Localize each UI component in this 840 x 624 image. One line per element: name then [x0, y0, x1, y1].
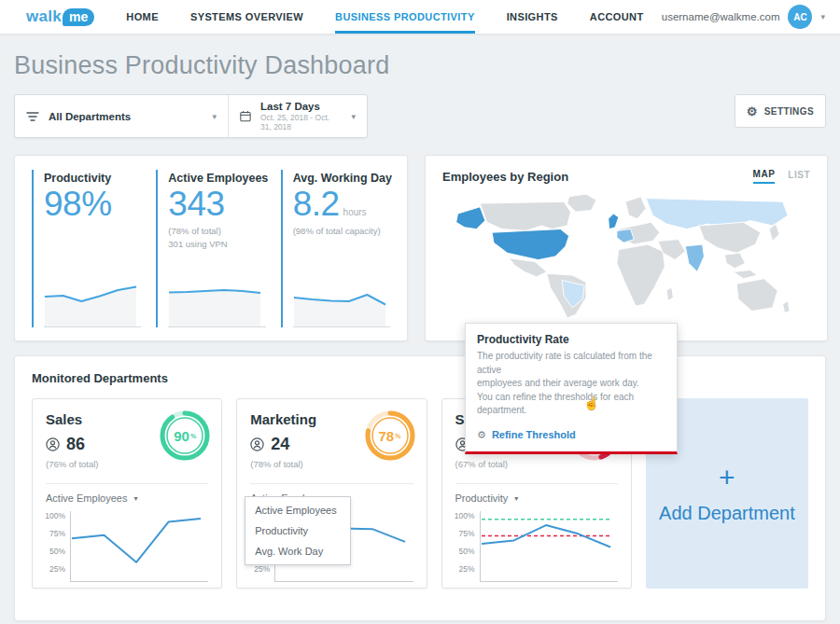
map-region-india[interactable] [685, 244, 704, 271]
map-region-china [699, 222, 761, 253]
metric-selector-value: Active Employees [46, 492, 127, 504]
department-card-marketing: Marketing 24 (78% of total) 78% Active E… [236, 398, 427, 589]
map-region-australia [736, 279, 777, 312]
avatar[interactable]: AC [788, 5, 812, 29]
map-region-japan [769, 224, 779, 241]
kpi-subtext: (98% of total capacity) [293, 226, 390, 236]
map-region-mexico [509, 258, 546, 277]
metric-dropdown-menu: Active Employees Productivity Avg. Work … [245, 496, 351, 565]
tab-map[interactable]: MAP [753, 169, 776, 184]
tab-list[interactable]: LIST [788, 170, 810, 183]
metric-selector[interactable]: Productivity ▾ [455, 492, 618, 504]
kpi-subtext: 301 using VPN [168, 239, 265, 249]
add-department-label: Add Department [659, 503, 795, 524]
top-navigation-bar: walk me HOME SYSTEMS OVERVIEW BUSINESS P… [0, 0, 840, 34]
nav-item-business-productivity[interactable]: BUSINESS PRODUCTIVITY [335, 0, 475, 34]
map-region-se-asia [724, 253, 745, 268]
refine-threshold-link[interactable]: ⚙ Refine Threshold [477, 429, 665, 441]
logo-text-me: me [63, 8, 94, 26]
productivity-gauge: 90% [159, 409, 211, 462]
map-region-madagascar [666, 287, 673, 301]
map-region-new-zealand [783, 301, 790, 313]
calendar-icon [240, 109, 251, 123]
settings-button-label: SETTINGS [764, 106, 814, 117]
kpi-value: 343 [168, 186, 224, 223]
map-list-toggle: MAP LIST [753, 169, 810, 184]
gear-icon: ⚙ [747, 104, 758, 118]
monitored-departments-panel: Monitored Departments Sales 86 (76% of t… [14, 355, 826, 621]
metric-selector[interactable]: Active Employees ▾ [46, 492, 208, 504]
tooltip-text: You can refine the thresholds for each d… [477, 391, 665, 418]
refine-threshold-label: Refine Threshold [492, 429, 576, 440]
map-region-scandinavia [625, 197, 646, 219]
map-region-greenland [567, 194, 596, 212]
gear-icon: ⚙ [477, 429, 486, 441]
region-panel-title: Employees by Region [442, 170, 568, 184]
map-region-uk[interactable] [609, 214, 619, 229]
kpi-sparkline [293, 276, 390, 327]
nav-item-insights[interactable]: INSIGHTS [507, 0, 558, 34]
chevron-down-icon: ▾ [351, 112, 356, 121]
map-region-usa[interactable] [492, 229, 568, 260]
user-area: username@walkme.com AC ▾ [662, 5, 825, 29]
kpi-sparkline [44, 276, 141, 327]
nav-item-account[interactable]: ACCOUNT [590, 0, 644, 34]
productivity-gauge: 78% [364, 409, 416, 462]
tooltip-text: employees and their average work day. [477, 377, 665, 391]
kpi-title: Active Employees [168, 172, 265, 185]
kpi-unit: hours [343, 207, 367, 217]
kpi-productivity: Productivity 98% [32, 170, 141, 327]
department-employee-count: 24 [271, 435, 289, 454]
employees-icon [250, 437, 264, 451]
department-line-chart [70, 511, 208, 582]
main-nav: HOME SYSTEMS OVERVIEW BUSINESS PRODUCTIV… [126, 0, 643, 34]
productivity-rate-tooltip: Productivity Rate The productivity rate … [465, 323, 678, 454]
department-filter-dropdown[interactable]: All Departments ▾ [15, 95, 228, 137]
filter-bar: All Departments ▾ Last 7 Days Oct. 25, 2… [14, 94, 826, 138]
filter-icon [26, 111, 39, 122]
employees-by-region-panel: Employees by Region MAP LIST [425, 155, 828, 341]
employees-icon [46, 437, 60, 451]
department-line-chart [480, 511, 618, 582]
kpi-subtext: (78% of total) [168, 226, 265, 236]
departments-panel-title: Monitored Departments [32, 371, 808, 385]
map-region-alaska[interactable] [456, 207, 485, 229]
user-email: username@walkme.com [662, 11, 780, 22]
map-region-canada [480, 201, 570, 230]
kpi-value: 98% [44, 186, 112, 223]
world-map [442, 191, 810, 324]
date-range-dropdown[interactable]: Last 7 Days Oct. 25, 2018 - Oct. 31, 201… [228, 95, 367, 137]
map-region-indonesia [734, 270, 758, 279]
plus-icon: + [719, 464, 735, 492]
kpi-active-employees: Active Employees 343 (78% of total) 301 … [156, 170, 265, 327]
map-region-africa [617, 244, 665, 306]
kpi-summary-panel: Productivity 98% Active Employees 343 (7… [14, 155, 408, 341]
y-axis-ticks: 100%75%50%25% [46, 511, 70, 582]
page-title: Business Productivity Dashboard [14, 51, 826, 80]
nav-item-home[interactable]: HOME [126, 0, 159, 34]
kpi-title: Avg. Working Day [293, 172, 390, 185]
department-filter-value: All Departments [49, 111, 131, 122]
kpi-value: 8.2 [293, 186, 340, 223]
tooltip-title: Productivity Rate [477, 333, 665, 346]
nav-item-systems-overview[interactable]: SYSTEMS OVERVIEW [190, 0, 303, 34]
kpi-sparkline [168, 276, 265, 327]
chevron-down-icon: ▾ [514, 494, 518, 503]
date-range-detail: Oct. 25, 2018 - Oct. 31, 2018 [260, 113, 343, 132]
settings-button[interactable]: ⚙ SETTINGS [735, 94, 826, 128]
department-card-sales: Sales 86 (76% of total) 90% Active Emplo… [32, 398, 222, 589]
kpi-title: Productivity [44, 172, 141, 185]
y-axis-ticks: 100%75%50%25% [455, 511, 480, 582]
metric-selector-value: Productivity [455, 492, 509, 504]
menu-item-productivity[interactable]: Productivity [245, 520, 350, 541]
chevron-down-icon: ▾ [133, 494, 137, 503]
walkme-logo[interactable]: walk me [26, 7, 94, 26]
cursor-icon: ☝ [583, 395, 599, 410]
user-menu-caret-icon[interactable]: ▾ [820, 12, 825, 21]
date-range-value: Last 7 Days [260, 101, 343, 112]
kpi-avg-working-day: Avg. Working Day 8.2 hours (98% of total… [281, 170, 390, 327]
menu-item-avg-work-day[interactable]: Avg. Work Day [245, 541, 350, 562]
tooltip-text: The productivity rate is calculated from… [477, 350, 665, 377]
department-employee-count: 86 [66, 435, 85, 454]
menu-item-active-employees[interactable]: Active Employees [245, 500, 350, 520]
